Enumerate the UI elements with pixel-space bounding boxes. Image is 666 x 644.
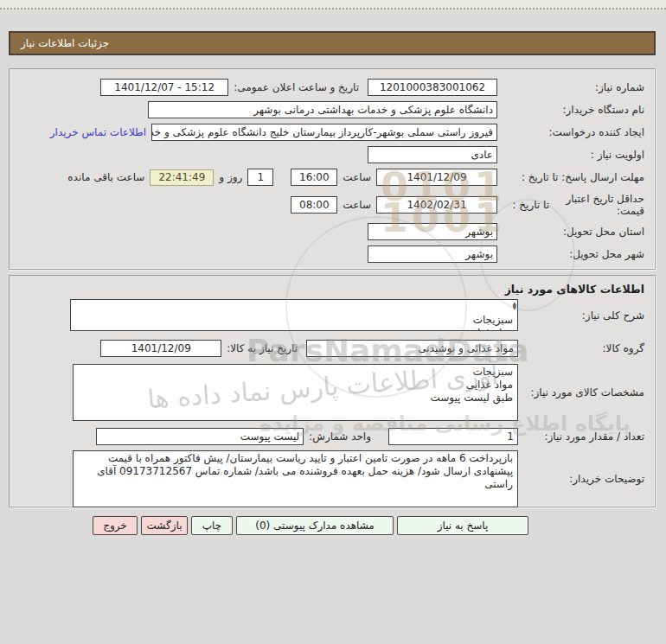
top-divider [0, 0, 666, 10]
textarea-scrollbar[interactable]: ▲ ▼ [512, 301, 516, 309]
day-and-label: روز و [219, 171, 242, 183]
group-label: گروه کالا: [518, 342, 644, 354]
hours-remaining-label: ساعت باقی مانده [67, 171, 144, 183]
until-date-label: تا تاریخ : [512, 199, 549, 211]
page-title-bar: جزئیات اطلاعات نیاز [9, 31, 656, 55]
view-attached-docs-button[interactable]: مشاهده مدارک پیوستی (0) [236, 516, 394, 535]
general-desc-label: شرح کلی نیاز: [518, 309, 644, 322]
need-date-field[interactable]: 1401/12/09 [100, 340, 221, 357]
scroll-down-icon[interactable]: ▼ [512, 305, 516, 309]
back-button[interactable]: بازگشت [141, 516, 188, 535]
general-desc-text: سبزیجات مواد غذایی [466, 314, 513, 331]
goods-section-title: اطلاعات کالاهای مورد نیاز [505, 283, 644, 296]
request-info-panel: شماره نیاز: 1201000383001062 تاریخ و ساع… [9, 68, 656, 270]
unit-label: واحد شمارش: [309, 430, 371, 443]
buyer-notes-label: توضیحات خریدار: [518, 473, 644, 485]
priority-field[interactable]: عادی [368, 146, 497, 163]
city-label: شهر محل تحویل: [497, 248, 644, 260]
need-number-label: شماره نیاز: [497, 81, 644, 93]
spec-label: مشخصات کالای مورد نیاز: [518, 386, 644, 399]
province-label: استان محل تحویل: [497, 226, 644, 238]
general-desc-textarea[interactable]: سبزیجات مواد غذایی ▲ ▼ [70, 299, 518, 331]
buyer-org-label: نام دستگاه خریدار: [497, 104, 644, 116]
need-number-field[interactable]: 1201000383001062 [368, 79, 497, 96]
need-date-label: تاریخ نیاز به کالا: [227, 342, 298, 354]
page-title: جزئیات اطلاعات نیاز [21, 37, 109, 49]
quantity-field[interactable]: 1 [388, 428, 518, 445]
buyer-notes-textarea[interactable]: بازپرداخت 6 ماهه در صورت تامین اعتبار و … [73, 450, 518, 507]
goods-info-panel: اطلاعات کالاهای مورد نیاز شرح کلی نیاز: … [9, 275, 656, 507]
creator-label: ایجاد کننده درخواست: [497, 126, 644, 138]
spec-textarea[interactable]: سبزیجات مواد غذایی طبق لیست پیوست [73, 364, 518, 421]
price-validity-time-field[interactable]: 08:00 [291, 196, 337, 214]
city-field[interactable]: بوشهر [368, 245, 497, 263]
price-validity-label: حداقل تاریخ اعتبار قیمت: [554, 193, 644, 217]
exit-button[interactable]: خروج [93, 516, 138, 535]
action-button-bar: پاسخ به نیاز مشاهده مدارک پیوستی (0) چاپ… [93, 516, 528, 535]
validity-hour-label: ساعت [343, 199, 371, 211]
time-remaining-badge: 22:41:49 [150, 169, 214, 186]
days-remaining-field: 1 [247, 169, 273, 186]
creator-field[interactable]: فیروز راستی سملی بوشهر-کارپرداز بیمارستا… [151, 124, 497, 141]
print-button[interactable]: چاپ [191, 516, 233, 535]
buyer-org-field[interactable]: دانشگاه علوم پزشکی و خدمات بهداشتی درمان… [148, 101, 497, 118]
announce-datetime-field[interactable]: 1401/12/07 - 15:12 [100, 79, 228, 96]
buyer-contact-link[interactable]: اطلاعات تماس خریدار [50, 126, 146, 138]
quantity-label: تعداد / مقدار مورد نیاز: [518, 430, 644, 443]
group-field[interactable]: مواد غذائی و نوشیدنی [306, 340, 518, 357]
reply-deadline-label: مهلت ارسال پاسخ: تا تاریخ : [497, 171, 644, 183]
reply-deadline-time-field[interactable]: 16:00 [291, 169, 337, 186]
price-validity-date-field[interactable]: 1402/02/31 [376, 196, 497, 214]
priority-label: اولویت نیاز : [497, 149, 644, 161]
unit-field[interactable]: لیست پیوست [96, 428, 304, 445]
reply-to-need-button[interactable]: پاسخ به نیاز [397, 516, 528, 535]
announce-datetime-label: تاریخ و ساعت اعلان عمومی: [234, 81, 359, 93]
reply-hour-label: ساعت [343, 171, 371, 183]
reply-deadline-date-field[interactable]: 1401/12/09 [376, 169, 497, 186]
province-field[interactable]: بوشهر [368, 223, 497, 240]
